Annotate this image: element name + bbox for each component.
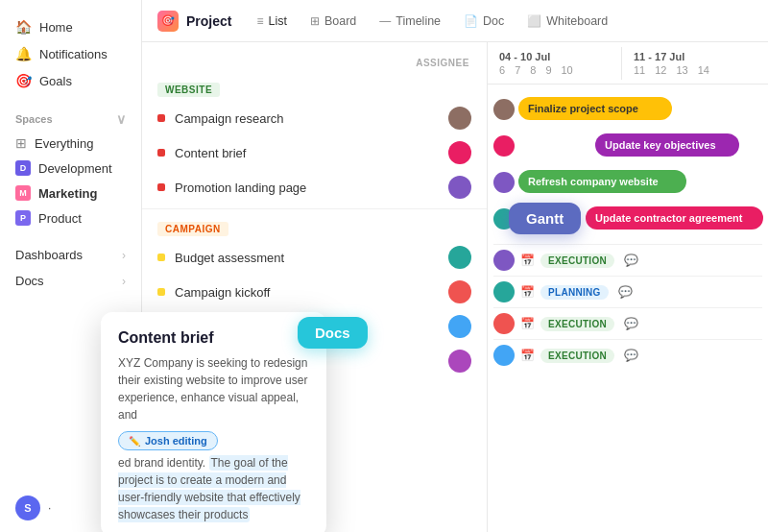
tab-whiteboard[interactable]: ⬜ Whiteboard bbox=[517, 11, 617, 32]
avatar[interactable]: S bbox=[15, 496, 40, 520]
gantt-bar: Refresh company website bbox=[518, 170, 686, 193]
board-icon: ⊞ bbox=[310, 14, 320, 28]
bar-label: Update key objectives bbox=[605, 139, 716, 151]
status-badge: PLANNING bbox=[540, 285, 609, 300]
status-badge: EXECUTION bbox=[540, 254, 614, 268]
msg-icon: 💬 bbox=[624, 254, 638, 267]
gantt-bubble: Gantt bbox=[509, 203, 581, 234]
gantt-status-row: 📅 PLANNING 💬 bbox=[493, 276, 762, 307]
badge-campaign: CAMPAIGN bbox=[157, 222, 228, 236]
tab-whiteboard-label: Whiteboard bbox=[546, 14, 608, 28]
tab-board[interactable]: ⊞ Board bbox=[300, 11, 366, 32]
sidebar-item-dashboards[interactable]: Dashboards › bbox=[0, 242, 141, 268]
sidebar-item-goals[interactable]: 🎯 Goals bbox=[0, 67, 141, 94]
sidebar-item-development[interactable]: D Development bbox=[0, 156, 141, 181]
tab-list[interactable]: ≡ List bbox=[247, 11, 296, 32]
tab-timeline-label: Timeline bbox=[396, 14, 441, 28]
tab-board-label: Board bbox=[324, 14, 356, 28]
project-title: Project bbox=[186, 13, 231, 29]
avatar bbox=[448, 246, 471, 269]
gantt-bubble-label: Gantt bbox=[526, 210, 564, 227]
avatar bbox=[493, 172, 515, 193]
status-badge: EXECUTION bbox=[540, 317, 614, 331]
edit-icon: ✏️ bbox=[129, 436, 140, 447]
status-badge: EXECUTION bbox=[540, 349, 614, 363]
calendar-icon: 📅 bbox=[520, 285, 535, 299]
sidebar-home-label: Home bbox=[39, 20, 73, 35]
task-name: Budget assessment bbox=[175, 251, 448, 265]
editor-name: Josh editing bbox=[145, 435, 207, 447]
avatar bbox=[448, 107, 471, 130]
chevron-right-dashboards-icon: › bbox=[122, 249, 126, 262]
day-label: 6 bbox=[499, 64, 505, 76]
bar-label: Finalize project scope bbox=[528, 103, 638, 114]
task-row[interactable]: Campaign kickoff bbox=[142, 275, 487, 309]
bell-icon: 🔔 bbox=[15, 46, 32, 61]
docs-text1: XYZ Company is seeking to redesign their… bbox=[118, 356, 307, 422]
docs-label: Docs bbox=[15, 274, 44, 288]
sidebar-item-notifications[interactable]: 🔔 Notifications bbox=[0, 40, 141, 67]
task-dot bbox=[157, 254, 165, 261]
day-label: 9 bbox=[545, 64, 551, 76]
week-label: 11 - 17 Jul bbox=[634, 51, 726, 62]
task-dot bbox=[157, 288, 165, 296]
task-name: Campaign research bbox=[175, 111, 448, 126]
tab-doc[interactable]: 📄 Doc bbox=[454, 11, 514, 32]
task-row[interactable]: Promotion landing page bbox=[142, 170, 487, 205]
sidebar-item-marketing[interactable]: M Marketing bbox=[0, 181, 141, 206]
avatar bbox=[493, 345, 515, 366]
marketing-label: Marketing bbox=[38, 186, 97, 201]
sidebar-item-home[interactable]: 🏠 Home bbox=[0, 13, 141, 40]
avatar bbox=[493, 99, 515, 120]
col-name bbox=[157, 58, 414, 68]
msg-icon: 💬 bbox=[618, 285, 633, 299]
day-label: 7 bbox=[515, 64, 520, 76]
task-row[interactable]: Content brief bbox=[142, 135, 487, 170]
tab-timeline[interactable]: — Timeline bbox=[370, 11, 450, 32]
calendar-icon: 📅 bbox=[520, 254, 535, 267]
project-icon: 🎯 bbox=[157, 11, 179, 32]
product-label: Product bbox=[38, 211, 82, 226]
msg-icon: 💬 bbox=[624, 317, 638, 330]
topbar: 🎯 Project ≡ List ⊞ Board — Timeline 📄 Do… bbox=[142, 0, 768, 42]
sidebar-item-everything[interactable]: ⊞ Everything bbox=[0, 131, 141, 156]
avatar bbox=[493, 313, 515, 334]
chevron-right-docs-icon: › bbox=[122, 275, 126, 288]
day-label: 8 bbox=[530, 64, 536, 76]
calendar-icon: 📅 bbox=[520, 349, 535, 362]
development-label: Development bbox=[38, 161, 112, 176]
task-row[interactable]: Budget assessment bbox=[142, 240, 487, 275]
sidebar-item-product[interactable]: P Product bbox=[0, 206, 141, 230]
docs-card-body: XYZ Company is seeking to redesign their… bbox=[118, 354, 309, 423]
doc-icon: 📄 bbox=[464, 14, 478, 28]
section-campaign-header: CAMPAIGN bbox=[142, 213, 487, 240]
product-dot: P bbox=[15, 210, 31, 226]
avatar bbox=[448, 350, 471, 373]
bar-label: Refresh company website bbox=[528, 176, 659, 187]
sidebar-notifications-label: Notifications bbox=[39, 47, 108, 61]
task-dot bbox=[157, 183, 165, 191]
avatar bbox=[493, 250, 515, 271]
grid-icon: ⊞ bbox=[15, 135, 27, 151]
avatar bbox=[448, 176, 471, 199]
tab-list-label: List bbox=[268, 14, 286, 28]
task-name: Content brief bbox=[175, 146, 448, 160]
week-label: 04 - 10 Jul bbox=[499, 51, 610, 62]
everything-label: Everything bbox=[35, 136, 93, 151]
spaces-chevron-icon[interactable]: ∨ bbox=[116, 111, 126, 127]
editing-badge: ✏️ Josh editing bbox=[118, 431, 218, 450]
avatar bbox=[448, 280, 471, 303]
sidebar-goals-label: Goals bbox=[39, 74, 72, 88]
avatar bbox=[493, 281, 515, 302]
sidebar-item-docs[interactable]: Docs › bbox=[0, 268, 141, 294]
timeline-icon: — bbox=[379, 14, 391, 28]
gantt-status-row: 📅 EXECUTION 💬 bbox=[493, 339, 762, 371]
gantt-bar: Finalize project scope bbox=[518, 97, 672, 120]
gantt-status-row: 📅 EXECUTION 💬 bbox=[493, 244, 762, 276]
goals-icon: 🎯 bbox=[15, 73, 32, 88]
avatar bbox=[493, 135, 515, 157]
task-row[interactable]: Campaign research bbox=[142, 101, 487, 135]
dashboards-label: Dashboards bbox=[15, 248, 83, 262]
gantt-bar: Update contractor agreement bbox=[586, 206, 763, 230]
calendar-icon: 📅 bbox=[520, 317, 535, 330]
